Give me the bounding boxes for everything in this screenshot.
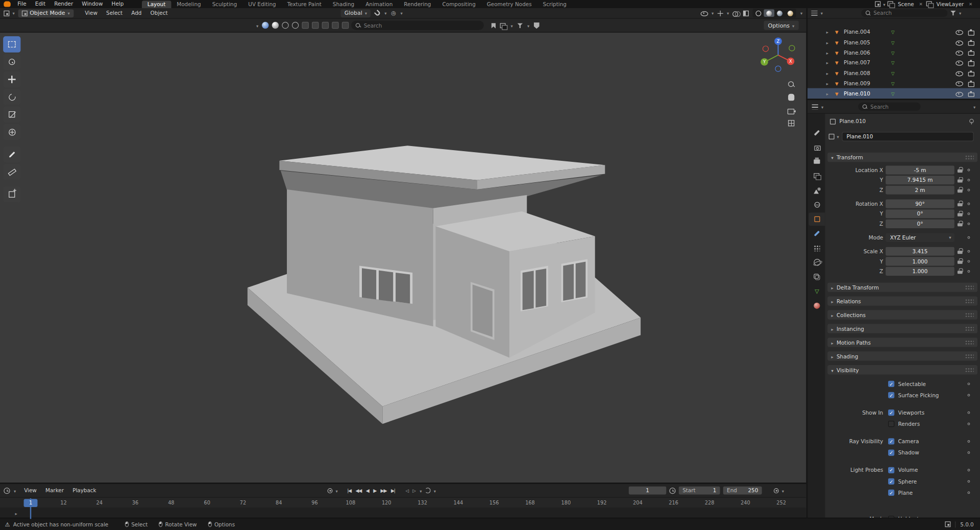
disable-in-renders-icon[interactable]: [968, 29, 974, 35]
screen-layout-icon[interactable]: [875, 1, 880, 7]
animate-dot[interactable]: [968, 203, 970, 205]
outliner-editor-icon[interactable]: [811, 11, 817, 16]
display-mode-chevron-icon[interactable]: [510, 22, 512, 29]
main-building-window-pane[interactable]: [379, 271, 393, 302]
outliner-editor-chevron-icon[interactable]: [821, 10, 823, 16]
outliner-row-plane-010[interactable]: Plane.010: [807, 88, 980, 99]
tool-option-icon[interactable]: [291, 22, 298, 29]
keying-set-chevron-icon[interactable]: [782, 487, 784, 493]
main-building-window-pane[interactable]: [362, 268, 376, 299]
playback-play-button[interactable]: ▶: [372, 487, 378, 494]
properties-editor-icon[interactable]: [812, 104, 818, 109]
location-x-field[interactable]: -5 m: [886, 165, 954, 174]
animate-dot[interactable]: [968, 236, 970, 239]
expand-icon[interactable]: [826, 39, 835, 45]
move-tool-button[interactable]: [3, 71, 20, 88]
select-box-tool-button[interactable]: [3, 36, 20, 53]
animate-dot[interactable]: [968, 212, 970, 215]
playback-previous-keyframe-button[interactable]: ◀◀: [354, 487, 363, 494]
outliner-row-plane-006[interactable]: Plane.006: [807, 47, 980, 58]
animate-dot[interactable]: [968, 440, 970, 443]
tool-option-icon[interactable]: [322, 22, 328, 29]
snap-magnet-icon[interactable]: [374, 10, 381, 17]
checkbox-sphere[interactable]: [888, 478, 894, 484]
breadcrumb-object-name[interactable]: Plane.010: [839, 118, 866, 124]
hide-in-viewport-icon[interactable]: [955, 90, 962, 97]
hide-in-viewport-icon[interactable]: [955, 49, 962, 56]
small-building-window-pane[interactable]: [563, 264, 574, 301]
tool-search-input[interactable]: [364, 22, 480, 28]
rotation-mode-dropdown[interactable]: XYZ Euler: [886, 233, 954, 242]
editor-type-icon[interactable]: [4, 10, 9, 16]
checkbox-volume[interactable]: [888, 467, 894, 473]
tool-option-icon[interactable]: [282, 22, 288, 29]
timeline-menu-view[interactable]: View: [20, 487, 41, 495]
animate-dot[interactable]: [968, 423, 970, 425]
lock-icon[interactable]: [958, 211, 963, 216]
overlays-toggle-icon[interactable]: [733, 10, 740, 16]
outliner-row-plane-008[interactable]: Plane.008: [807, 68, 980, 78]
tab-scene[interactable]: [808, 184, 825, 197]
expand-icon[interactable]: [826, 80, 835, 86]
workspace-tab-animation[interactable]: Animation: [360, 1, 398, 8]
properties-section-relations[interactable]: Relations: [827, 296, 977, 305]
bookmark-icon[interactable]: [491, 23, 496, 29]
checkbox-renders[interactable]: [888, 420, 894, 426]
timeline-menu-marker[interactable]: Marker: [41, 487, 68, 495]
annotate-tool-button[interactable]: [3, 147, 20, 163]
lock-icon[interactable]: [958, 268, 963, 274]
animate-dot[interactable]: [968, 480, 970, 483]
disable-in-renders-icon[interactable]: [968, 80, 974, 86]
viewport-menu-select[interactable]: Select: [102, 9, 127, 17]
workspace-tab-shading[interactable]: Shading: [327, 1, 360, 8]
expand-icon[interactable]: [826, 50, 835, 56]
outliner-row-plane-004[interactable]: Plane.004: [807, 27, 980, 37]
rotation-x-field[interactable]: 90°: [886, 200, 954, 208]
filter-chevron-icon[interactable]: [959, 10, 961, 16]
animate-dot[interactable]: [968, 250, 970, 253]
tool-option-icon[interactable]: [332, 22, 338, 29]
menu-window[interactable]: Window: [78, 0, 107, 8]
animate-dot[interactable]: [968, 260, 970, 262]
workspace-tab-texture-paint[interactable]: Texture Paint: [282, 1, 327, 8]
lock-icon[interactable]: [958, 221, 963, 226]
tool-option-icon[interactable]: [311, 22, 318, 29]
hide-in-viewport-icon[interactable]: [955, 69, 962, 76]
tab-tool[interactable]: [808, 126, 825, 139]
checkbox-plane[interactable]: [888, 489, 894, 495]
tab-object[interactable]: [808, 212, 825, 226]
timeline-editor-chevron-icon[interactable]: [14, 487, 16, 493]
viewport-menu-object[interactable]: Object: [146, 9, 172, 17]
workspace-tab-sculpting[interactable]: Sculpting: [207, 1, 243, 8]
disable-in-renders-icon[interactable]: [968, 59, 974, 66]
lock-icon[interactable]: [958, 201, 963, 206]
viewport-menu-add[interactable]: Add: [127, 9, 146, 17]
tab-particles[interactable]: [808, 242, 825, 255]
tool-option-icon[interactable]: [341, 22, 348, 29]
extensions-status-icon[interactable]: [945, 521, 951, 527]
keying-set-icon[interactable]: [774, 488, 779, 493]
visibility-chevron-icon[interactable]: [712, 10, 714, 16]
filter-icon[interactable]: [517, 23, 523, 28]
playback-jump-to-end-button[interactable]: ▶|: [389, 487, 396, 494]
transform-tool-button[interactable]: [3, 124, 20, 140]
playback-jump-to-start-button[interactable]: |◀: [346, 487, 353, 494]
tab-modifiers[interactable]: [808, 227, 825, 240]
scene-3d-model[interactable]: [0, 33, 806, 483]
hide-in-viewport-icon[interactable]: [955, 39, 962, 45]
shading-chevron-icon[interactable]: [800, 10, 802, 16]
chevron-down-icon[interactable]: [883, 1, 885, 7]
rotation-z-field[interactable]: 0°: [886, 220, 954, 228]
viewlayer-unlink-icon[interactable]: [968, 2, 974, 7]
visibility-eye-icon[interactable]: [701, 10, 707, 16]
lock-icon[interactable]: [958, 248, 963, 254]
hide-in-viewport-icon[interactable]: [955, 59, 962, 66]
frame-end-field[interactable]: End 250: [723, 487, 762, 495]
small-building-window-pane[interactable]: [576, 261, 586, 298]
filter-chevron-icon[interactable]: [527, 22, 529, 29]
gizmos-toggle-icon[interactable]: [718, 10, 723, 16]
animate-dot[interactable]: [968, 451, 970, 454]
navigation-gizmo[interactable]: Z X Y: [758, 35, 798, 75]
sync-icon[interactable]: [425, 488, 431, 493]
location-z-field[interactable]: 2 m: [886, 186, 954, 195]
